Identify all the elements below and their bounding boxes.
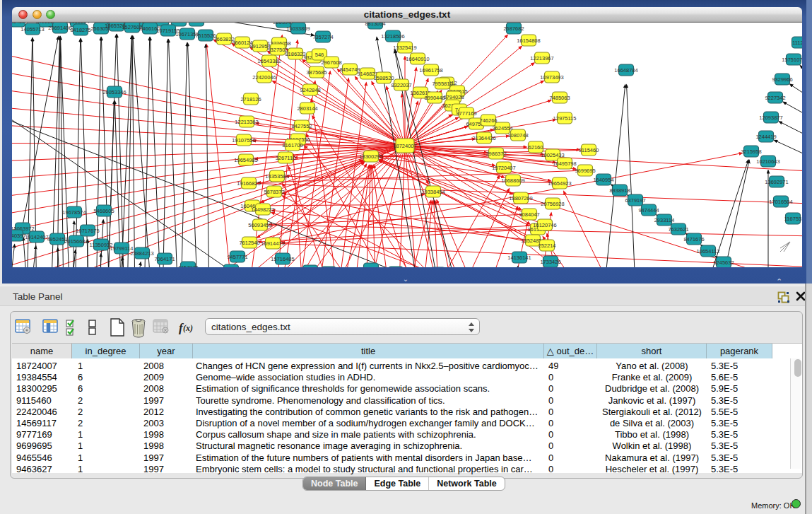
svg-text:9777169: 9777169 — [456, 110, 476, 117]
svg-text:7485063: 7485063 — [549, 95, 570, 101]
svg-text:2687682: 2687682 — [503, 25, 524, 32]
svg-text:16640910: 16640910 — [406, 56, 429, 62]
svg-text:62160: 62160 — [529, 144, 543, 151]
svg-text:5840397: 5840397 — [12, 233, 26, 239]
svg-text:8427552: 8427552 — [291, 123, 312, 129]
svg-text:19107556: 19107556 — [232, 137, 255, 144]
svg-text:15751074: 15751074 — [782, 57, 802, 63]
svg-text:9474444: 9474444 — [638, 207, 659, 214]
svg-text:14055713: 14055713 — [20, 26, 44, 33]
svg-text:10210643: 10210643 — [756, 158, 779, 165]
svg-text:13325419: 13325419 — [393, 45, 416, 51]
svg-text:546: 546 — [315, 52, 324, 58]
svg-text:18300295: 18300295 — [359, 153, 382, 160]
svg-text:16154808: 16154808 — [517, 37, 540, 44]
svg-text:17016504: 17016504 — [769, 199, 792, 205]
svg-text:9227342: 9227342 — [765, 95, 785, 101]
svg-text:11123: 11123 — [792, 40, 802, 46]
svg-text:12213363: 12213363 — [235, 119, 258, 125]
svg-text:16648784: 16648784 — [614, 67, 637, 74]
svg-text:13218506: 13218506 — [381, 33, 404, 40]
svg-text:2803144: 2803144 — [297, 105, 317, 112]
svg-text:16120746: 16120746 — [533, 222, 556, 228]
svg-text:20691406: 20691406 — [48, 25, 71, 31]
svg-text:7955812: 7955812 — [432, 81, 452, 87]
svg-text:10654112: 10654112 — [697, 248, 720, 255]
svg-text:9115460: 9115460 — [579, 147, 599, 153]
svg-text:7632621: 7632621 — [668, 226, 688, 233]
svg-text:26053346: 26053346 — [102, 89, 126, 95]
svg-text:7612540: 7612540 — [239, 240, 259, 246]
svg-text:22420046: 22420046 — [252, 74, 276, 81]
svg-text:746266: 746266 — [479, 117, 497, 124]
svg-text:16543382: 16543382 — [257, 58, 281, 64]
svg-text:20756928: 20756928 — [541, 201, 564, 207]
svg-text:18807269: 18807269 — [509, 195, 532, 201]
svg-text:10717675: 10717675 — [76, 228, 99, 234]
svg-text:12093877: 12093877 — [759, 115, 782, 121]
svg-text:20156684: 20156684 — [64, 238, 88, 245]
svg-text:1640954: 1640954 — [593, 177, 613, 183]
svg-text:(x): (x) — [183, 323, 193, 333]
svg-text:8161700: 8161700 — [282, 142, 302, 148]
svg-text:3215958: 3215958 — [741, 148, 761, 155]
svg-text:5468605: 5468605 — [93, 208, 114, 214]
svg-text:252214: 252214 — [538, 243, 555, 249]
svg-text:2718126: 2718126 — [240, 96, 261, 103]
svg-text:7303905: 7303905 — [360, 266, 381, 268]
svg-text:2986372: 2986372 — [486, 151, 506, 157]
svg-text:56093459: 56093459 — [248, 222, 271, 228]
svg-text:10688609: 10688609 — [501, 177, 524, 184]
svg-text:8813054: 8813054 — [365, 23, 385, 27]
svg-text:16495798: 16495798 — [553, 160, 576, 167]
svg-text:8322037: 8322037 — [391, 82, 411, 88]
svg-text:19338454: 19338454 — [421, 189, 445, 195]
svg-text:1588520: 1588520 — [373, 75, 394, 81]
svg-text:10025433: 10025433 — [541, 152, 564, 158]
svg-text:15720407: 15720407 — [492, 165, 515, 171]
svg-text:16961758: 16961758 — [419, 67, 442, 74]
svg-text:5878372: 5878372 — [264, 189, 284, 195]
svg-text:14310388: 14310388 — [184, 23, 208, 24]
svg-text:1244419: 1244419 — [755, 134, 776, 140]
svg-text:8471676: 8471676 — [683, 236, 704, 243]
svg-text:16033809: 16033809 — [286, 25, 310, 32]
svg-text:12213967: 12213967 — [530, 55, 553, 62]
svg-text:7663822: 7663822 — [213, 36, 234, 42]
svg-text:2967608: 2967608 — [321, 59, 341, 66]
svg-text:20515263: 20515263 — [219, 267, 242, 268]
svg-text:9084047: 9084047 — [519, 211, 539, 218]
svg-text:3267110: 3267110 — [276, 155, 296, 161]
svg-text:9457771: 9457771 — [227, 254, 247, 260]
svg-text:11350932: 11350932 — [90, 242, 113, 248]
svg-text:116753: 116753 — [784, 216, 801, 222]
svg-text:1733426: 1733426 — [540, 259, 560, 265]
svg-text:23884213: 23884213 — [130, 250, 153, 257]
svg-text:12975115: 12975115 — [553, 115, 577, 122]
svg-text:15716485: 15716485 — [271, 256, 294, 262]
svg-text:6379197: 6379197 — [625, 197, 645, 204]
svg-text:10973493: 10973493 — [540, 74, 563, 81]
svg-text:7515526: 7515526 — [195, 33, 216, 39]
svg-text:9245632: 9245632 — [713, 259, 734, 266]
svg-text:9699695: 9699695 — [575, 168, 595, 174]
svg-text:19678574: 19678574 — [62, 209, 86, 216]
svg-text:19142407: 19142407 — [25, 234, 48, 240]
svg-text:14498222: 14498222 — [251, 206, 274, 213]
svg-text:9329966: 9329966 — [772, 76, 792, 83]
svg-text:3875685: 3875685 — [306, 69, 326, 76]
svg-text:9242848: 9242848 — [300, 87, 320, 93]
svg-text:21364436: 21364436 — [472, 135, 495, 141]
svg-text:14353584: 14353584 — [265, 173, 288, 180]
svg-text:8990448: 8990448 — [424, 95, 445, 101]
svg-text:13692971: 13692971 — [765, 179, 788, 185]
svg-text:14136141: 14136141 — [507, 255, 531, 261]
svg-text:8186323: 8186323 — [285, 51, 305, 57]
svg-text:19166825: 19166825 — [237, 180, 260, 187]
svg-text:19654985: 19654985 — [234, 157, 257, 163]
svg-text:2933114: 2933114 — [654, 217, 675, 223]
svg-text:8418275: 8418275 — [70, 27, 90, 33]
svg-text:6794028: 6794028 — [443, 94, 464, 100]
svg-text:3624554: 3624554 — [492, 125, 512, 132]
svg-text:1080748: 1080748 — [507, 132, 528, 139]
